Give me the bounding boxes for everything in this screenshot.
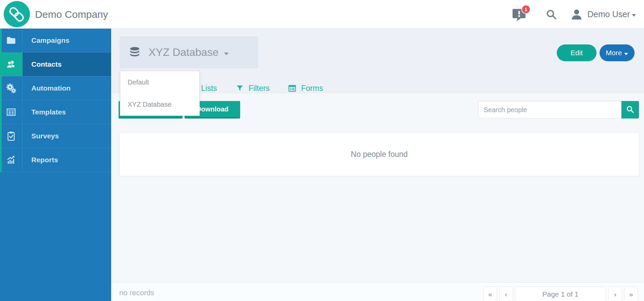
sidebar-item-label: Contacts [23,53,111,76]
chart-growth-icon [6,155,16,165]
tab-lists[interactable]: Lists [201,82,217,94]
global-search-button[interactable] [546,0,557,29]
folder-icon [6,35,16,45]
records-count: no records [119,289,154,297]
pagination-page-label: Page 1 of 1 [515,287,606,301]
search-icon [626,105,635,114]
survey-clipboard-icon [6,131,16,141]
more-button[interactable]: More [600,44,635,61]
search-submit-button[interactable] [621,101,639,119]
user-menu-caret-icon [632,14,636,16]
sidebar-nav: Campaigns Contacts [0,29,111,301]
sidebar-item-reports[interactable]: Reports [0,148,111,172]
dropdown-item-default[interactable]: Default [120,71,199,93]
edit-button[interactable]: Edit [557,44,597,61]
gears-icon [6,83,17,94]
database-caret-icon [224,53,229,55]
company-logo-icon[interactable] [4,1,30,27]
contacts-icon [6,59,17,70]
filter-funnel-icon [236,84,244,92]
pagination-next-button[interactable]: › [608,287,622,301]
user-avatar-icon[interactable] [570,0,583,29]
tab-label: Forms [301,84,323,93]
search-people-input[interactable] [478,101,621,119]
more-button-label: More [606,49,622,57]
forms-icon [288,84,296,93]
notification-badge: 1 [521,5,530,14]
search-icon [546,9,557,20]
templates-icon [6,107,16,117]
sidebar-item-label: Campaigns [23,29,111,52]
empty-state-message: No people found [351,150,408,159]
database-dropdown-menu: Default XYZ Database [120,71,200,116]
pagination-last-button[interactable]: » [624,287,638,301]
notifications-button[interactable]: 1 [511,0,527,29]
app-header: Demo Company 1 Demo User [0,0,644,29]
tab-filters[interactable]: Filters [236,82,270,94]
more-caret-icon [624,53,628,55]
sidebar-item-automation[interactable]: Automation [0,76,111,100]
pagination-prev-button[interactable]: ‹ [499,287,513,301]
dropdown-item-xyz-database[interactable]: XYZ Database [120,93,199,115]
pagination-first-button[interactable]: « [483,287,497,301]
sidebar-item-surveys[interactable]: Surveys [0,124,111,148]
sidebar-item-templates[interactable]: Templates [0,100,111,124]
database-selector-label: XYZ Database [149,46,219,59]
database-selector[interactable]: XYZ Database [120,36,258,68]
people-search [478,101,621,119]
tab-forms[interactable]: Forms [288,82,323,94]
user-menu[interactable]: Demo User [587,0,630,29]
footer-bar: no records « ‹ Page 1 of 1 › » [111,282,644,301]
sidebar-item-label: Reports [23,148,111,172]
tab-label: Filters [249,84,270,93]
tab-label: Lists [201,84,217,93]
sidebar-item-label: Surveys [23,124,111,148]
company-name: Demo Company [35,0,108,29]
sidebar-item-contacts[interactable]: Contacts [0,53,111,76]
sidebar-item-campaigns[interactable]: Campaigns [0,29,111,53]
results-panel: No people found [119,132,639,176]
database-icon [128,46,141,59]
sidebar-item-label: Templates [23,100,111,124]
sidebar-item-label: Automation [23,76,111,100]
